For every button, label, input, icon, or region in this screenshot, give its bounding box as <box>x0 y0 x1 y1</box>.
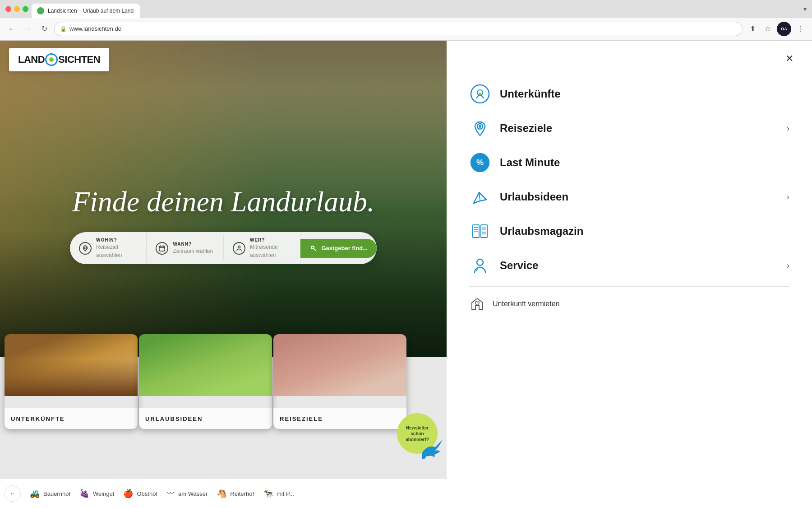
unterkunfte-icon <box>469 83 491 105</box>
bauernhof-label: Bauernhof <box>43 490 70 497</box>
unterkunfte-label: Unterkünfte <box>500 88 789 100</box>
logo-part2: SICHTEN <box>58 54 100 65</box>
reiseziele-chevron: › <box>787 124 789 133</box>
nav-item-weingut[interactable]: 🍇 Weingut <box>79 489 114 499</box>
bottom-nav: ← 🚜 Bauernhof 🍇 Weingut 🍎 Obsthof 〰 am W… <box>0 479 447 508</box>
card-reiseziele[interactable]: REISEZIELE <box>273 334 406 429</box>
vermieten-label: Unterkunft vermieten <box>493 300 560 308</box>
tab-bar: Landsichten – Urlaub auf dem Land ▾ <box>0 0 812 18</box>
obsthof-icon: 🍎 <box>123 489 133 499</box>
card-1-label: UNTERKÜNFTE <box>11 415 65 422</box>
search-button[interactable]: Gastgeber find... <box>300 239 377 258</box>
address-text: www.landsichten.de <box>69 25 737 32</box>
card-3-label: REISEZIELE <box>280 415 323 422</box>
logo[interactable]: LAND SICHTEN <box>9 48 109 71</box>
close-icon: ✕ <box>785 53 794 65</box>
more-icon: 🐄 <box>263 489 273 499</box>
calendar-icon <box>156 242 168 255</box>
active-tab[interactable]: Landsichten – Urlaub auf dem Land <box>32 4 140 18</box>
menu-item-unterkunfte[interactable]: Unterkünfte <box>469 77 789 111</box>
search-bar: WOHIN? Reiseziel auswählen WANN? <box>70 232 377 264</box>
reload-button[interactable]: ↻ <box>38 23 51 35</box>
menu-item-service[interactable]: Service › <box>469 248 789 283</box>
nav-item-am-wasser[interactable]: 〰 am Wasser <box>166 489 208 499</box>
tab-title: Landsichten – Urlaub auf dem Land <box>48 8 134 14</box>
service-chevron: › <box>787 261 789 270</box>
search-field-wer[interactable]: WER? Mitreisende auswählen <box>224 232 300 264</box>
card-3-overlay: REISEZIELE <box>273 408 406 429</box>
wer-content: WER? Mitreisende auswählen <box>250 238 291 259</box>
wann-label: WANN? <box>173 242 214 247</box>
maximize-traffic-light[interactable] <box>23 6 28 12</box>
close-traffic-light[interactable] <box>5 6 11 12</box>
nav-item-bauernhof[interactable]: 🚜 Bauernhof <box>30 489 70 499</box>
svg-point-0 <box>84 247 87 249</box>
wohin-content: WOHIN? Reiseziel auswählen <box>96 238 137 259</box>
urlaubsideen-label: Urlaubsideen <box>500 191 778 203</box>
vermieten-icon <box>469 296 485 312</box>
reiseziele-icon <box>469 117 491 139</box>
last-minute-label: Last Minute <box>500 156 789 169</box>
wer-hint: Mitreisende auswählen <box>250 244 278 258</box>
logo-part1: LAND <box>18 54 45 65</box>
menu-item-last-minute[interactable]: % Last Minute <box>469 145 789 180</box>
reiterhof-icon: 🐴 <box>217 489 226 499</box>
urlaubsideen-icon <box>469 186 491 208</box>
card-unterkunfte[interactable]: UNTERKÜNFTE <box>5 334 138 429</box>
menu-item-reiseziele[interactable]: Reiseziele › <box>469 111 789 145</box>
last-minute-icon: % <box>469 152 491 173</box>
sub-menu-item-vermieten[interactable]: Unterkunft vermieten <box>469 290 789 317</box>
nav-prev-button[interactable]: ← <box>5 485 21 502</box>
tab-bar-dropdown[interactable]: ▾ <box>803 5 807 13</box>
nav-item-more[interactable]: 🐄 mit P... <box>263 489 294 499</box>
share-button[interactable]: ⬆ <box>746 23 759 35</box>
urlaubsmagazin-icon <box>469 220 491 242</box>
menu-item-urlaubsmagazin[interactable]: Urlaubsmagazin <box>469 214 789 248</box>
svg-point-19 <box>477 259 483 266</box>
reiterhof-label: Reiterhof <box>230 490 254 497</box>
menu-item-urlaubsideen[interactable]: Urlaubsideen › <box>469 180 789 214</box>
service-label: Service <box>500 259 778 272</box>
website-area: LAND SICHTEN Finde deinen Landurlaub. <box>0 41 447 508</box>
card-urlaubsideen[interactable]: URLAUBSIDEEN <box>139 334 272 429</box>
urlaubsideen-chevron: › <box>787 192 789 202</box>
site-header: LAND SICHTEN <box>0 41 447 79</box>
svg-point-8 <box>479 125 481 128</box>
nav-item-reiterhof[interactable]: 🐴 Reiterhof <box>217 489 254 499</box>
address-bar[interactable]: 🔒 www.landsichten.de <box>54 22 743 36</box>
cards-section: UNTERKÜNFTE URLAUBSIDEEN REISEZIELE <box>0 334 411 429</box>
search-field-wohin[interactable]: WOHIN? Reiseziel auswählen <box>70 232 147 264</box>
minimize-traffic-light[interactable] <box>14 6 20 12</box>
lock-icon: 🔒 <box>60 26 67 32</box>
svg-rect-1 <box>159 246 165 251</box>
browser-content: LAND SICHTEN Finde deinen Landurlaub. <box>0 41 812 508</box>
obsthof-label: Obsthof <box>137 490 157 497</box>
search-field-wann[interactable]: WANN? Zeitraum wählen <box>147 236 223 260</box>
card-3-image <box>273 334 406 396</box>
wer-label: WER? <box>250 238 291 242</box>
nav-item-obsthof[interactable]: 🍎 Obsthof <box>123 489 157 499</box>
svg-rect-16 <box>482 227 486 230</box>
wann-hint: Zeitraum wählen <box>173 248 213 254</box>
forward-button[interactable]: → <box>22 23 34 35</box>
card-2-overlay: URLAUBSIDEEN <box>139 408 272 429</box>
card-2-image <box>139 334 272 396</box>
search-btn-icon <box>309 244 318 252</box>
wohin-label: WOHIN? <box>96 238 137 242</box>
logo-inner-circle <box>49 57 54 62</box>
card-1-image <box>5 334 138 396</box>
more-label: mit P... <box>277 490 294 497</box>
weingut-label: Weingut <box>93 490 114 497</box>
svg-point-3 <box>311 246 314 249</box>
tab-favicon <box>37 7 44 14</box>
svg-point-6 <box>479 93 481 95</box>
hero-content: Finde deinen Landurlaub. WOHIN? Reisezie… <box>0 185 447 264</box>
back-button[interactable]: ← <box>5 23 18 35</box>
sidebar-close-button[interactable]: ✕ <box>780 50 798 68</box>
menu-button[interactable]: ⋮ <box>794 23 807 35</box>
svg-point-2 <box>238 246 240 248</box>
search-btn-text: Gastgeber find... <box>321 245 368 252</box>
profile-button[interactable]: OA <box>777 22 791 36</box>
hero-title: Finde deinen Landurlaub. <box>72 185 374 219</box>
bookmark-button[interactable]: ☆ <box>761 23 774 35</box>
